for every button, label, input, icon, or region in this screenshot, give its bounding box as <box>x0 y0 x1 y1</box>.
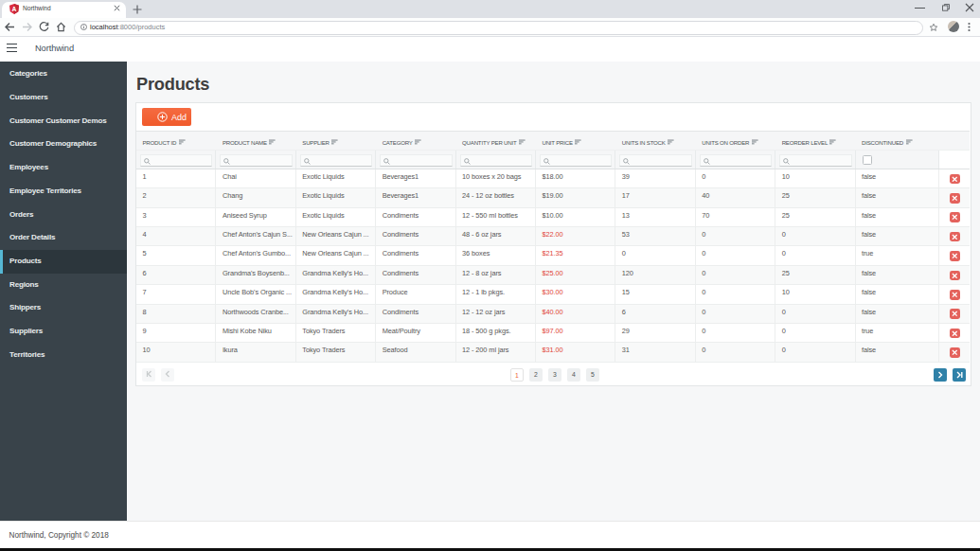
svg-text:A: A <box>12 6 17 12</box>
